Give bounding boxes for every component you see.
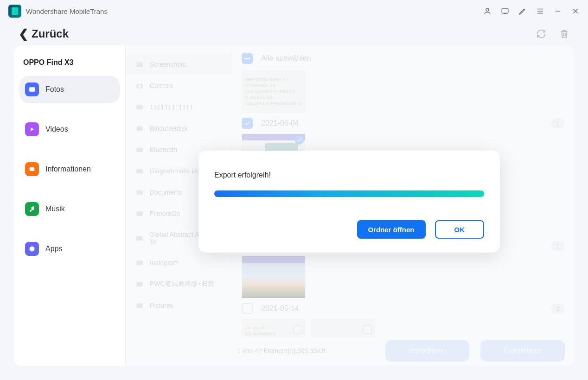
message-icon bbox=[25, 162, 39, 176]
nav-apps[interactable]: Apps bbox=[19, 235, 120, 262]
close-icon[interactable] bbox=[571, 7, 580, 15]
svg-point-0 bbox=[486, 8, 489, 11]
back-button[interactable]: ❮ Zurück bbox=[19, 27, 69, 41]
edit-icon[interactable] bbox=[518, 7, 527, 15]
chevron-left-icon: ❮ bbox=[19, 27, 29, 41]
nav-videos[interactable]: Videos bbox=[19, 116, 120, 143]
app-logo bbox=[8, 5, 21, 18]
app-title: Wondershare MobileTrans bbox=[26, 7, 108, 15]
nav-label: Fotos bbox=[45, 85, 64, 94]
nav-fotos[interactable]: Fotos bbox=[19, 76, 120, 103]
nav-label: Musik bbox=[45, 205, 65, 213]
feedback-icon[interactable] bbox=[501, 7, 509, 15]
back-label: Zurück bbox=[32, 27, 69, 40]
video-icon bbox=[25, 122, 39, 136]
nav-label: Informationen bbox=[45, 165, 91, 173]
nav-label: Apps bbox=[45, 245, 62, 253]
svg-rect-1 bbox=[502, 8, 508, 13]
ok-button[interactable]: OK bbox=[435, 220, 485, 239]
minimize-icon[interactable] bbox=[554, 7, 562, 15]
svg-rect-2 bbox=[29, 87, 35, 91]
open-folder-button[interactable]: Ordner öffnen bbox=[357, 220, 426, 239]
progress-bar bbox=[214, 190, 484, 197]
trash-icon[interactable] bbox=[559, 29, 569, 39]
refresh-icon[interactable] bbox=[536, 29, 546, 39]
export-success-modal: Export erfolgreih! Ordner öffnen OK bbox=[198, 151, 500, 253]
user-icon[interactable] bbox=[483, 7, 492, 15]
sidebar: OPPO Find X3 Fotos Videos Informationen … bbox=[14, 45, 125, 366]
device-name: OPPO Find X3 bbox=[19, 57, 120, 76]
svg-rect-3 bbox=[30, 167, 35, 171]
menu-icon[interactable] bbox=[536, 7, 544, 15]
photo-icon bbox=[25, 82, 39, 96]
nav-musik[interactable]: Musik bbox=[19, 196, 120, 222]
nav-label: Videos bbox=[45, 125, 68, 133]
apps-icon bbox=[25, 242, 39, 256]
nav-info[interactable]: Informationen bbox=[19, 156, 120, 183]
modal-title: Export erfolgreih! bbox=[214, 171, 484, 179]
music-icon bbox=[25, 202, 39, 216]
